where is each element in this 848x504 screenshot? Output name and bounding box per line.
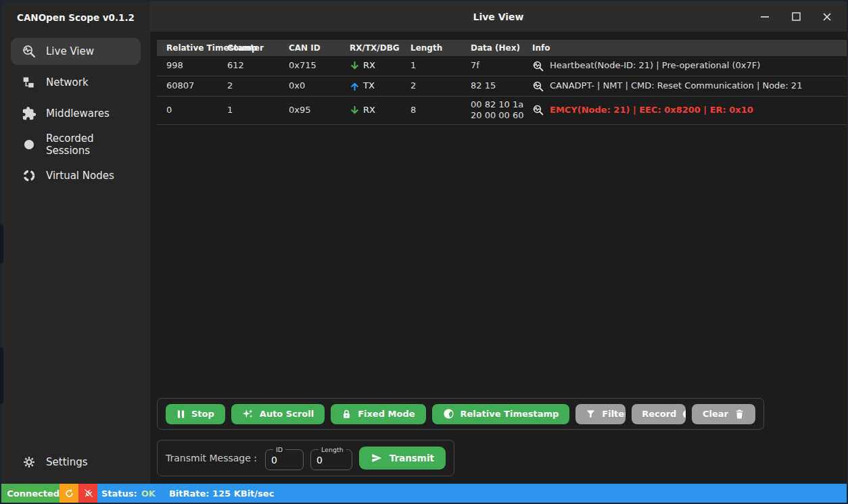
auto-scroll-button[interactable]: Auto Scroll (231, 404, 325, 424)
sidebar: CANOpen Scope v0.1.2 Live View Network M… (1, 1, 150, 484)
close-button[interactable] (811, 1, 843, 32)
table-header: Relative Timestamp Counter CAN ID RX/TX/… (157, 40, 847, 56)
reset-connection-button[interactable] (60, 484, 78, 503)
status-info-bar: Status: OK BitRate: 125 KBit/sec (97, 484, 847, 503)
data-hex-cell: 7f (471, 57, 532, 74)
puzzle-icon (22, 106, 37, 121)
rx-down-arrow-icon (350, 105, 360, 116)
info-text: EMCY(Node: 21) | EEC: 0x8200 | ER: 0x10 (550, 105, 753, 116)
info-text: CANADPT- | NMT | CMD: Reset Communicatio… (550, 80, 802, 91)
sidebar-item-recorded-sessions[interactable]: Recorded Sessions (11, 131, 141, 158)
direction-cell: RX (350, 102, 410, 118)
transmit-length-field: Length (310, 446, 352, 470)
scope-wave-magnifier-icon (532, 60, 544, 72)
sidebar-item-label: Middlewares (46, 107, 110, 120)
live-view-toolbar: Stop Auto Scroll Fixed Mode Relative Tim… (157, 398, 764, 430)
sidebar-nav: Live View Network Middlewares Recorded S… (1, 34, 150, 193)
edge-dock-tab[interactable] (0, 224, 3, 263)
time-elapsed-icon (443, 408, 454, 420)
status-label: Status: (101, 488, 137, 499)
filter-button-group: Filter (575, 404, 626, 424)
tx-up-arrow-icon (350, 81, 360, 91)
pause-icon (176, 409, 185, 419)
clear-button[interactable]: Clear (692, 404, 755, 424)
minimize-icon (760, 12, 770, 22)
transmit-label: Transmit Message : (166, 453, 257, 463)
status-bar: Connected Status: OK BitRate: 125 KBit/s… (1, 484, 847, 503)
record-button[interactable]: Record (632, 404, 686, 424)
edge-dock-tab[interactable] (0, 347, 3, 404)
scope-wave-magnifier-icon (532, 80, 544, 93)
network-tree-icon (22, 75, 37, 90)
column-header: Relative Timestamp (166, 43, 227, 53)
scope-wave-magnifier-icon (532, 104, 544, 116)
stop-button[interactable]: Stop (166, 404, 225, 424)
send-icon (371, 453, 383, 463)
status-value: OK (141, 488, 156, 499)
sidebar-item-network[interactable]: Network (11, 69, 141, 96)
info-cell: Heartbeat(Node-ID: 21) | Pre-operational… (532, 57, 847, 75)
filter-label: Filter (602, 409, 626, 419)
counter-cell: 2 (227, 78, 289, 94)
counter-cell: 612 (227, 57, 289, 74)
message-table: Relative Timestamp Counter CAN ID RX/TX/… (157, 40, 847, 125)
sidebar-item-label: Virtual Nodes (46, 170, 114, 182)
filled-circle-icon (22, 137, 37, 152)
connected-status-badge: Connected (1, 484, 60, 503)
sidebar-item-virtual-nodes[interactable]: Virtual Nodes (11, 162, 141, 189)
titlebar: Live View (150, 1, 847, 32)
sidebar-item-middlewares[interactable]: Middlewares (11, 100, 141, 127)
trash-icon (734, 409, 745, 420)
maximize-button[interactable] (780, 1, 811, 32)
relative-timestamp-cell: 0 (166, 102, 227, 118)
plug-off-icon (83, 488, 93, 499)
table-row[interactable]: 60807 2 0x0 TX 2 82 15 CANADPT- | NMT | … (157, 76, 847, 97)
relative-timestamp-cell: 60807 (166, 78, 227, 94)
direction-label: TX (363, 80, 375, 91)
length-input[interactable] (316, 455, 346, 465)
sidebar-item-label: Network (46, 76, 89, 89)
minimize-button[interactable] (749, 1, 780, 32)
fixed-mode-label: Fixed Mode (358, 409, 415, 419)
column-header: RX/TX/DBG (350, 43, 410, 53)
transmit-id-field: ID (265, 446, 304, 470)
disconnect-button[interactable] (78, 484, 97, 503)
transmit-button-label: Transmit (390, 453, 434, 463)
sparkles-icon (242, 408, 254, 420)
can-id-cell: 0x715 (289, 57, 350, 74)
counter-cell: 1 (227, 102, 289, 118)
relative-timestamp-button[interactable]: Relative Timestamp (432, 404, 570, 424)
info-text: Heartbeat(Node-ID: 21) | Pre-operational… (550, 60, 760, 71)
length-cell: 2 (410, 78, 471, 94)
relative-timestamp-label: Relative Timestamp (461, 409, 559, 419)
scope-wave-magnifier-icon (22, 44, 37, 59)
clear-label: Clear (703, 409, 728, 419)
app-window: Live View CANOpen Scope v0.1.2 Live View (0, 0, 848, 504)
auto-scroll-label: Auto Scroll (260, 409, 314, 419)
sidebar-item-settings[interactable]: Settings (11, 449, 141, 476)
column-header: Info (532, 43, 847, 53)
lock-icon (341, 409, 352, 420)
direction-cell: RX (350, 57, 410, 74)
can-id-cell: 0x0 (289, 78, 350, 94)
page-title: Live View (150, 1, 847, 32)
can-id-cell: 0x95 (289, 102, 350, 118)
segmented-ring-icon (22, 168, 37, 183)
column-header: Counter (227, 43, 289, 53)
length-cell: 8 (410, 102, 471, 118)
length-field-label: Length (319, 446, 346, 453)
transmit-button[interactable]: Transmit (359, 447, 446, 470)
direction-cell: TX (350, 78, 410, 94)
bitrate-label: BitRate: 125 KBit/sec (169, 488, 274, 499)
record-label: Record (642, 409, 676, 419)
data-hex-cell: 82 15 (471, 78, 532, 94)
fixed-mode-button[interactable]: Fixed Mode (331, 404, 425, 424)
filter-button[interactable]: Filter (575, 404, 626, 424)
table-row[interactable]: 998 612 0x715 RX 1 7f Heartbeat(Node-ID:… (157, 56, 847, 76)
id-input[interactable] (271, 455, 298, 465)
sidebar-item-live-view[interactable]: Live View (11, 38, 141, 65)
table-row[interactable]: 0 1 0x95 RX 8 00 82 10 1a 20 00 00 60 EM… (157, 97, 847, 125)
relative-timestamp-cell: 998 (166, 57, 227, 74)
data-hex-cell: 00 82 10 1a 20 00 00 60 (471, 97, 532, 124)
record-button-group: Record (632, 404, 686, 424)
